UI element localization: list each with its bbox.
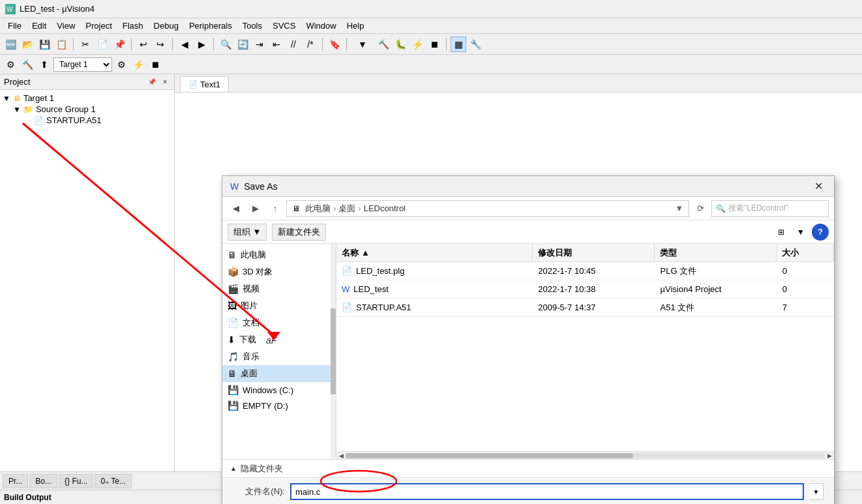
stop2-btn[interactable]: ⏹ [147,57,163,72]
hscroll-track[interactable] [346,453,825,458]
menu-edit[interactable]: Edit [27,20,52,32]
tree-startup-file[interactable]: 📄 STARTUP.A51 [3,115,171,126]
search-box[interactable]: 🔍 搜索"LEDcontrol" [711,200,829,217]
nav-computer[interactable]: 🖥 此电脑 [222,246,336,263]
comment-btn[interactable]: // [286,37,301,52]
back-btn[interactable]: ◀ [177,37,192,52]
nav-back-btn[interactable]: ◀ [228,200,245,217]
forward-btn[interactable]: ▶ [194,37,209,52]
menu-debug[interactable]: Debug [149,20,184,32]
copy-btn[interactable]: 📄 [95,37,110,52]
sep1 [73,38,74,51]
file-hscroll[interactable]: ◀ ▶ [336,451,834,459]
save-all-btn[interactable]: 📋 [53,37,69,52]
menu-window[interactable]: Window [301,20,341,32]
help-btn[interactable]: ? [812,224,829,241]
nav-scrollbar[interactable] [331,244,336,459]
tree-folder-icon: 🖥 [13,94,21,103]
file-row-a51[interactable]: 📄 STARTUP.A51 2009-5-7 14:37 A51 文件 7 [336,299,834,317]
file-row-plg[interactable]: 📄 LED_test.plg 2022-1-7 10:45 PLG 文件 0 [336,262,834,280]
refresh-btn[interactable]: ⟳ [692,200,709,217]
col-name[interactable]: 名称 ▲ [336,244,533,261]
sep2 [131,38,132,51]
cut-btn[interactable]: ✂ [78,37,93,52]
flash2-btn[interactable]: ⚡ [130,57,146,72]
col-type[interactable]: 类型 [655,244,777,261]
view-list-btn[interactable]: ⊞ [773,224,790,241]
target-select[interactable]: Target 1 [53,57,112,72]
menu-view[interactable]: View [52,20,80,32]
stop-btn[interactable]: ⏹ [426,37,442,52]
nav-3d[interactable]: 📦 3D 对象 [222,263,336,280]
col-date[interactable]: 修改日期 [533,244,655,261]
menu-tools[interactable]: Tools [237,20,267,32]
tree-source-group[interactable]: ▼ 📁 Source Group 1 [3,104,171,115]
bottom-tab-books[interactable]: Bo... [29,474,57,488]
bottom-tab-templates[interactable]: 0₊ Te... [95,474,131,488]
undo-btn[interactable]: ↩ [136,37,151,52]
project-panel: Project 📌 ✕ ▼ 🖥 Target 1 ▼ 📁 Source Grou… [0,74,175,471]
pin-btn[interactable]: 📌 [147,77,157,87]
tab-text1[interactable]: 📄 Text1 [180,76,229,92]
customize-btn[interactable]: 🔧 [468,37,483,52]
nav-forward-btn[interactable]: ▶ [247,200,264,217]
debug-btn2[interactable]: 🐛 [393,37,408,52]
footer-filename-row: 文件名(N): ▼ [233,483,824,500]
menu-flash[interactable]: Flash [117,20,149,32]
nav-up-btn[interactable]: ↑ [267,200,284,217]
nav-desktop[interactable]: 🖥 桌面 [222,365,336,382]
save-btn[interactable]: 💾 [37,37,52,52]
find-btn[interactable]: 🔍 [218,37,233,52]
close-panel-btn[interactable]: ✕ [160,77,170,87]
hide-folder-row[interactable]: ▲ 隐藏文件夹 [222,459,834,477]
menu-project[interactable]: Project [80,20,117,32]
menu-help[interactable]: Help [342,20,370,32]
nav-video[interactable]: 🎬 视频 [222,280,336,297]
filename-dropdown-btn[interactable]: ▼ [809,483,824,500]
paste-btn[interactable]: 📌 [111,37,127,52]
nav-pictures[interactable]: 🖼 图片 [222,297,336,314]
hscroll-right-arrow[interactable]: ▶ [825,452,834,460]
load-btn[interactable]: ⬆ [37,57,52,72]
view-toggle-btn[interactable]: ▦ [451,37,466,52]
file-row-uv[interactable]: W LED_test 2022-1-7 10:38 µVision4 Proje… [336,280,834,299]
hscroll-left-arrow[interactable]: ◀ [336,452,346,460]
organize-btn[interactable]: 组织 ▼ [228,224,267,241]
target-settings-btn[interactable]: ⚙ [3,57,18,72]
tree-target[interactable]: ▼ 🖥 Target 1 [3,93,171,104]
bottom-tab-functions[interactable]: {} Fu... [59,474,93,488]
nav-documents[interactable]: 📄 文档 [222,314,336,331]
redo-btn[interactable]: ↪ [153,37,168,52]
col-size[interactable]: 大小 [777,244,834,261]
bottom-tab-project[interactable]: Pr... [3,474,28,488]
dialog-close-btn[interactable]: ✕ [810,179,826,194]
new-file-btn[interactable]: 🆕 [3,37,18,52]
menu-svcs[interactable]: SVCS [267,20,301,32]
replace-btn[interactable]: 🔄 [235,37,250,52]
build-btn[interactable]: 🔨 [376,37,391,52]
filename-input[interactable] [290,483,804,500]
indent-btn[interactable]: ⇥ [252,37,267,52]
nav-scrollbar-thumb[interactable] [331,308,336,394]
new-folder-btn[interactable]: 新建文件夹 [272,224,326,241]
toolbar2: ⚙ 🔨 ⬆ Target 1 ⚙ ⚡ ⏹ [0,55,862,74]
settings-btn[interactable]: ▼ [351,37,374,52]
nav-downloads[interactable]: ⬇ 下载 [222,331,336,348]
nav-music[interactable]: 🎵 音乐 [222,348,336,365]
build2-btn[interactable]: 🔨 [20,57,35,72]
bookmark-btn[interactable]: 🔖 [327,37,342,52]
open-btn[interactable]: 📂 [20,37,35,52]
dialog-toolbar: 组织 ▼ 新建文件夹 ⊞ ▼ ? [222,220,834,244]
breadcrumb-bar[interactable]: 🖥 此电脑 › 桌面 › LEDcontrol ▼ [286,200,689,217]
nav-drive-d[interactable]: 💾 EMPTY (D:) [222,398,336,413]
menu-file[interactable]: File [3,20,27,32]
reset-btn[interactable]: ⚡ [409,37,425,52]
view-dropdown-btn[interactable]: ▼ [792,224,809,241]
uncomment-btn[interactable]: /* [303,37,318,52]
target-options-btn[interactable]: ⚙ [113,57,129,72]
nav-drive-c[interactable]: 💾 Windows (C:) [222,382,336,398]
outdent-btn[interactable]: ⇤ [269,37,284,52]
breadcrumb-dropdown-btn[interactable]: ▼ [675,203,683,213]
menu-peripherals[interactable]: Peripherals [184,20,237,32]
hscroll-thumb[interactable] [346,453,633,458]
